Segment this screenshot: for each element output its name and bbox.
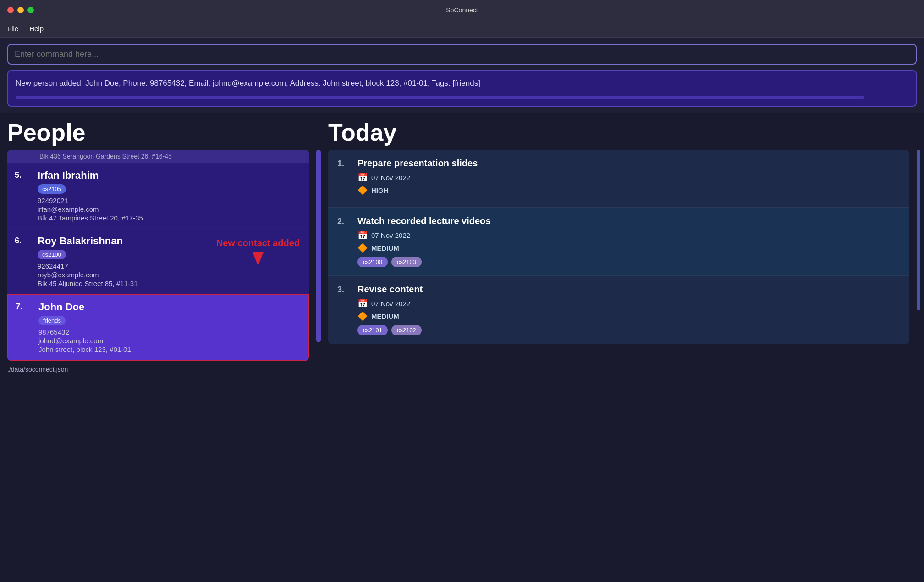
- main-content: People Blk 436 Serangoon Gardens Street …: [0, 113, 924, 361]
- close-button[interactable]: [7, 7, 14, 13]
- menu-file[interactable]: File: [7, 25, 18, 33]
- priority-text-3: MEDIUM: [371, 313, 399, 320]
- contact-info-irfan: Irfan Ibrahim cs2105 92492021 irfan@exam…: [38, 170, 302, 222]
- minimize-button[interactable]: [17, 7, 24, 13]
- menu-help[interactable]: Help: [29, 25, 44, 33]
- contact-tag-johndoe: friends: [38, 316, 66, 325]
- contact-tag-irfan: cs2105: [38, 184, 66, 194]
- task-priority-row-1: 🔶 HIGH: [358, 185, 900, 195]
- task-body-3: Revise content 📅 07 Nov 2022 🔶 MEDIUM cs…: [358, 284, 900, 335]
- task-title-3: Revise content: [358, 284, 900, 295]
- maximize-button[interactable]: [28, 7, 34, 13]
- task-title-1: Prepare presentation slides: [358, 158, 900, 169]
- task-tag-cs2103: cs2103: [391, 257, 422, 267]
- contact-number-7: 7.: [16, 301, 38, 312]
- today-title: Today: [328, 113, 909, 146]
- priority-text-1: HIGH: [371, 187, 389, 194]
- contact-email-irfan: irfan@example.com: [38, 205, 302, 213]
- contact-name-irfan: Irfan Ibrahim: [38, 170, 302, 181]
- task-date-3: 07 Nov 2022: [371, 300, 410, 307]
- today-scrollbar[interactable]: [917, 150, 920, 310]
- task-item-1[interactable]: 1. Prepare presentation slides 📅 07 Nov …: [328, 150, 909, 208]
- command-area: New person added: John Doe; Phone: 98765…: [0, 38, 924, 113]
- contact-email-johndoe: johnd@example.com: [38, 337, 301, 345]
- contact-number-6: 6.: [15, 235, 38, 246]
- today-panel: Today 1. Prepare presentation slides 📅 0…: [321, 113, 917, 361]
- contact-name-johndoe: John Doe: [38, 301, 301, 313]
- priority-icon-3: 🔶: [358, 311, 368, 321]
- contact-item-johndoe[interactable]: 7. John Doe friends 98765432 johnd@examp…: [7, 294, 309, 361]
- result-text: New person added: John Doe; Phone: 98765…: [16, 77, 908, 89]
- people-scrollbar[interactable]: [316, 150, 321, 342]
- status-bar: ./data/soconnect.json: [0, 361, 924, 377]
- task-number-1: 1.: [337, 158, 350, 169]
- priority-text-2: MEDIUM: [371, 244, 399, 252]
- priority-icon-1: 🔶: [358, 185, 368, 195]
- arrow-down-icon: [253, 252, 264, 266]
- people-panel: People Blk 436 Serangoon Gardens Street …: [0, 113, 316, 361]
- task-tags-3: cs2101 cs2102: [358, 325, 900, 335]
- title-bar: SoConnect: [0, 0, 924, 20]
- task-date-1: 07 Nov 2022: [371, 174, 410, 181]
- contact-address-johndoe: John street, block 123, #01-01: [38, 346, 301, 353]
- task-meta-date-1: 📅 07 Nov 2022: [358, 172, 900, 182]
- contact-list: Blk 436 Serangoon Gardens Street 26, #16…: [7, 150, 309, 361]
- contact-info-johndoe: John Doe friends 98765432 johnd@example.…: [38, 301, 301, 353]
- calendar-icon-2: 📅: [358, 230, 368, 240]
- task-number-3: 3.: [337, 284, 350, 295]
- calendar-icon-3: 📅: [358, 298, 368, 308]
- contact-item-roy[interactable]: 6. Roy Balakrishnan cs2100 92624417 royb…: [7, 228, 309, 294]
- menu-bar: File Help: [0, 20, 924, 38]
- task-title-2: Watch recorded lecture videos: [358, 216, 900, 226]
- result-scrollbar[interactable]: [16, 96, 864, 99]
- task-item-3[interactable]: 3. Revise content 📅 07 Nov 2022 🔶 MEDIUM…: [328, 276, 909, 344]
- calendar-icon-1: 📅: [358, 172, 368, 182]
- contact-tag-roy: cs2100: [38, 250, 66, 259]
- people-title: People: [7, 113, 309, 146]
- contact-item-irfan[interactable]: 5. Irfan Ibrahim cs2105 92492021 irfan@e…: [7, 163, 309, 228]
- priority-icon-2: 🔶: [358, 243, 368, 253]
- contact-address-roy: Blk 45 Aljunied Street 85, #11-31: [38, 280, 302, 287]
- contact-number-5: 5.: [15, 170, 38, 180]
- task-number-2: 2.: [337, 216, 350, 226]
- task-priority-row-3: 🔶 MEDIUM: [358, 311, 900, 321]
- task-body-1: Prepare presentation slides 📅 07 Nov 202…: [358, 158, 900, 199]
- task-meta-date-3: 📅 07 Nov 2022: [358, 298, 900, 308]
- new-contact-annotation: New contact added: [216, 238, 300, 266]
- status-path: ./data/soconnect.json: [7, 366, 68, 373]
- contact-phone-johndoe: 98765432: [38, 328, 301, 336]
- task-priority-row-2: 🔶 MEDIUM: [358, 243, 900, 253]
- task-body-2: Watch recorded lecture videos 📅 07 Nov 2…: [358, 216, 900, 267]
- window-controls[interactable]: [7, 7, 34, 13]
- task-tags-2: cs2100 cs2103: [358, 257, 900, 267]
- contact-phone-irfan: 92492021: [38, 197, 302, 204]
- task-tag-cs2102: cs2102: [391, 325, 422, 335]
- command-input[interactable]: [15, 49, 909, 59]
- contact-address-irfan: Blk 47 Tampines Street 20, #17-35: [38, 214, 302, 222]
- contact-partial-address: Blk 436 Serangoon Gardens Street 26, #16…: [7, 150, 309, 163]
- task-meta-date-2: 📅 07 Nov 2022: [358, 230, 900, 240]
- app-title: SoConnect: [446, 6, 478, 14]
- task-item-2[interactable]: 2. Watch recorded lecture videos 📅 07 No…: [328, 208, 909, 276]
- task-tag-cs2101: cs2101: [358, 325, 388, 335]
- result-box: New person added: John Doe; Phone: 98765…: [7, 70, 917, 107]
- task-tag-cs2100: cs2100: [358, 257, 388, 267]
- task-list: 1. Prepare presentation slides 📅 07 Nov …: [328, 150, 909, 344]
- task-date-2: 07 Nov 2022: [371, 231, 410, 239]
- command-input-wrapper[interactable]: [7, 44, 917, 65]
- contact-email-roy: royb@example.com: [38, 271, 302, 279]
- new-contact-label: New contact added: [216, 238, 300, 248]
